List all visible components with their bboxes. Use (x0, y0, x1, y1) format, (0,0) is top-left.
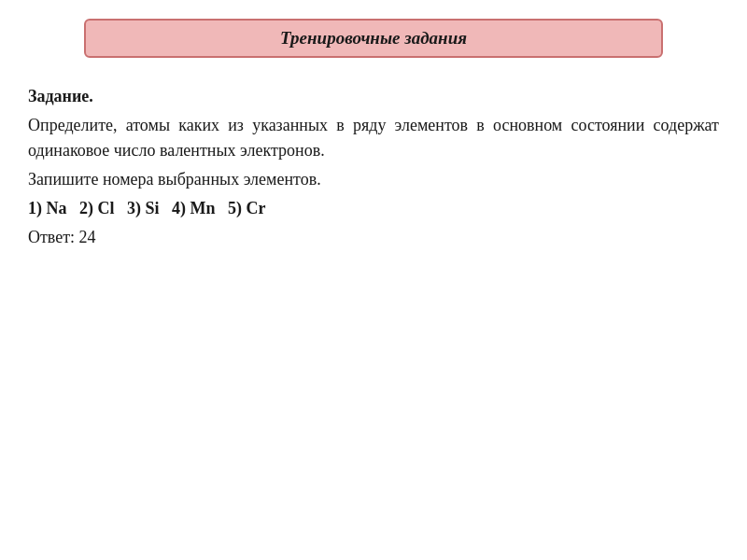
element-4-label: 4) Mn (172, 199, 216, 217)
answer-line: Ответ: 24 (28, 225, 719, 250)
elements-line: 1) Na 2) Cl 3) Si 4) Mn 5) Cr (28, 196, 719, 221)
element-3-label: 3) Si (127, 199, 160, 217)
title-box: Тренировочные задания (84, 19, 663, 58)
element-1-label: 1) Na (28, 199, 67, 217)
element-2-label: 2) Cl (79, 199, 115, 217)
write-instruction: Запишите номера выбранных элементов. (28, 167, 719, 192)
content-area: Задание. Определите, атомы каких из указ… (28, 84, 719, 254)
task-description: Определите, атомы каких из указанных в р… (28, 113, 719, 163)
task-label: Задание. (28, 84, 719, 109)
element-5-label: 5) Cr (228, 199, 265, 217)
page-container: Тренировочные задания Задание. Определит… (0, 0, 747, 560)
page-title: Тренировочные задания (280, 28, 467, 48)
